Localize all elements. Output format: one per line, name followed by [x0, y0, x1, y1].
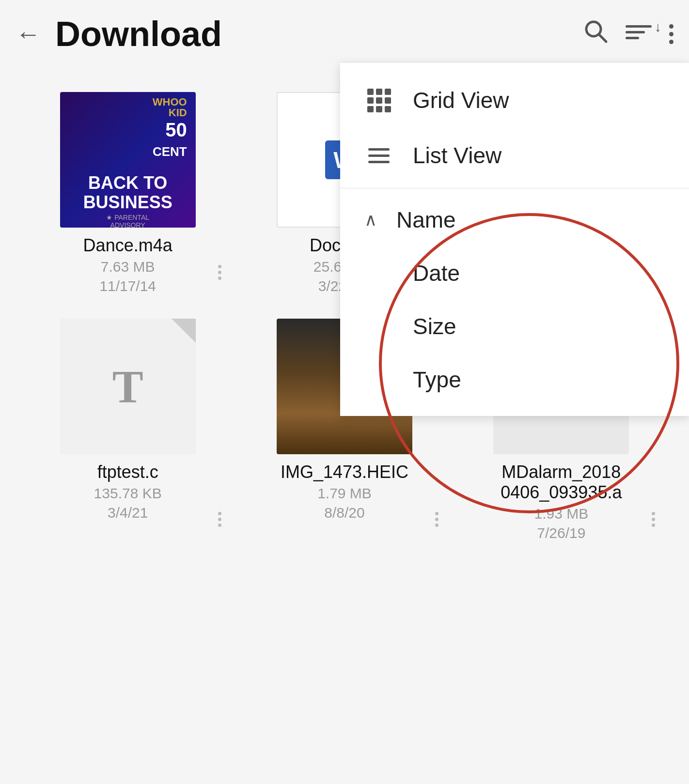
menu-divider	[340, 188, 689, 188]
sort-size-label: Size	[413, 313, 456, 339]
sort-line-3	[626, 37, 639, 39]
file-more-button[interactable]	[652, 512, 655, 527]
sort-active-icon: ∧	[364, 210, 377, 230]
file-name: ftptest.c	[97, 462, 158, 482]
header-actions: ↓	[583, 18, 673, 49]
list-view-label: List View	[413, 142, 501, 169]
grid-view-label: Grid View	[413, 87, 509, 113]
file-date: 3/4/21	[108, 505, 148, 521]
sort-name-label: Name	[396, 207, 456, 233]
file-thumbnail: T	[60, 319, 196, 454]
list-view-item[interactable]: List View	[340, 128, 689, 183]
file-item[interactable]: WHOOKID 50CENT BACK TOBUSINESS ★ PARENTA…	[19, 77, 236, 304]
dot-1	[669, 24, 673, 29]
file-more-button[interactable]	[435, 512, 438, 527]
context-menu: Grid View List View ∧ Name Date Size Typ…	[340, 63, 689, 416]
file-more-button[interactable]	[218, 265, 221, 280]
svg-line-1	[599, 34, 606, 42]
grid-view-icon	[364, 89, 393, 112]
file-size: 1.93 MB	[534, 506, 588, 522]
file-size: 7.63 MB	[101, 259, 155, 275]
file-date: 8/8/20	[324, 505, 364, 521]
file-item[interactable]: T ftptest.c 135.78 KB 3/4/21	[19, 304, 236, 551]
more-button[interactable]	[669, 24, 673, 44]
sort-line-1	[626, 25, 652, 28]
back-button[interactable]: ←	[16, 21, 41, 46]
list-view-icon	[364, 148, 393, 163]
sort-date-label: Date	[413, 260, 460, 286]
file-date: 7/26/19	[537, 525, 585, 541]
sort-type-label: Type	[413, 367, 461, 393]
sort-name-item[interactable]: ∧ Name	[340, 193, 689, 246]
dot-2	[669, 32, 673, 36]
dot-3	[669, 40, 673, 44]
sort-date-item[interactable]: Date	[340, 246, 689, 300]
sort-type-item[interactable]: Type	[340, 353, 689, 406]
file-date: 11/17/14	[99, 278, 156, 294]
text-file-icon: T	[112, 360, 143, 414]
file-name: IMG_1473.HEIC	[281, 462, 408, 482]
page-title: Download	[55, 14, 583, 54]
header: ← Download ↓	[0, 0, 689, 68]
sort-size-item[interactable]: Size	[340, 300, 689, 353]
file-size: 135.78 KB	[94, 485, 162, 502]
file-thumbnail: WHOOKID 50CENT BACK TOBUSINESS ★ PARENTA…	[60, 92, 196, 228]
file-name: Dance.m4a	[83, 235, 172, 256]
file-size: 1.79 MB	[317, 485, 372, 502]
search-icon[interactable]	[583, 18, 608, 49]
grid-view-item[interactable]: Grid View	[340, 73, 689, 128]
file-more-button[interactable]	[218, 512, 221, 527]
sort-line-2	[626, 31, 645, 33]
sort-button[interactable]: ↓	[626, 25, 652, 43]
file-name: MDalarm_20180406_093935.a	[501, 462, 622, 503]
